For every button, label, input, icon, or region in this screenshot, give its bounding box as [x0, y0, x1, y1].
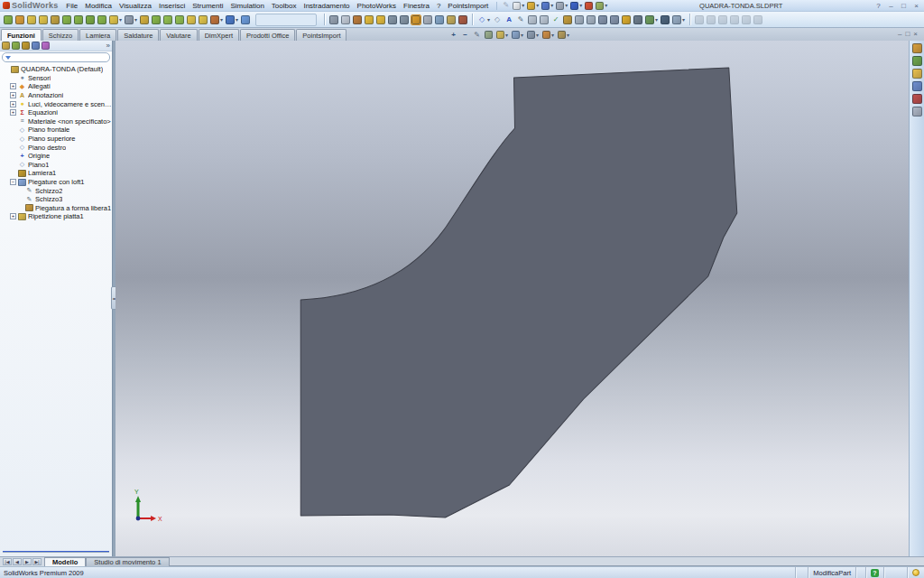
resources-icon[interactable] [912, 43, 922, 53]
feature-manager-tab[interactable] [2, 42, 10, 50]
verification-check-icon[interactable]: ✓ [550, 14, 561, 25]
measure-icon[interactable] [562, 14, 573, 25]
collapse-minus-icon[interactable]: − [10, 179, 16, 185]
rip-icon[interactable]: ▾ [209, 14, 224, 25]
tree-item-piegatura-a-forma-libera1[interactable]: Piegatura a forma libera1 [0, 204, 112, 213]
dropdown-caret-icon[interactable]: ▾ [134, 17, 137, 23]
unfold-icon[interactable] [162, 14, 173, 25]
appearances-icon[interactable]: ▾ [541, 30, 555, 40]
jog-icon[interactable] [73, 14, 84, 25]
options-traffic-light-icon[interactable] [584, 2, 594, 10]
tab-nav-1[interactable]: ◀ [13, 558, 22, 565]
image-icon[interactable]: ▾ [644, 14, 659, 25]
model-canvas[interactable]: Y X [116, 41, 909, 556]
expand-plus-icon[interactable]: + [10, 101, 16, 107]
note-icon[interactable]: A [504, 14, 514, 25]
quick-tips-icon[interactable]: ? [865, 567, 883, 578]
tab-saldature[interactable]: Saldature [117, 29, 159, 41]
balloon-icon[interactable] [597, 14, 608, 25]
vent-icon[interactable] [151, 14, 162, 25]
menu-finestra[interactable]: Finestra [400, 2, 433, 10]
custom-properties-icon[interactable] [912, 107, 922, 117]
status-sphere-icon[interactable] [907, 567, 924, 578]
dropdown-caret-icon[interactable]: ▾ [522, 3, 524, 8]
dropdown-caret-icon[interactable]: ▾ [236, 17, 238, 23]
target-icon[interactable] [660, 14, 670, 25]
tab-nav-2[interactable]: ▶ [23, 558, 32, 565]
menu-photoworks[interactable]: PhotoWorks [354, 2, 400, 10]
menu-modifica[interactable]: Modifica [81, 2, 116, 10]
tree-item-quadra-tonda-default[interactable]: QUADRA-TONDA (Default) [0, 65, 112, 74]
tab-lamiera[interactable]: Lamiera [79, 29, 116, 41]
apply-scene-icon[interactable]: ▾ [557, 30, 570, 40]
dropdown-caret-icon[interactable]: ▾ [655, 17, 658, 23]
dropdown-caret-icon[interactable]: ▾ [536, 3, 539, 8]
tree-item-luci-videocamere-e-scenografie[interactable]: +●Luci, videocamere e scenografie [0, 99, 112, 108]
dropdown-caret-icon[interactable]: ▾ [565, 3, 568, 8]
dropdown-caret-icon[interactable]: ▾ [505, 33, 508, 38]
menu-strumenti[interactable]: Strumenti [189, 2, 226, 10]
tree-item-ripetizione-piatta1[interactable]: +Ripetizione piatta1 [0, 212, 112, 221]
warning-triangle-icon[interactable] [621, 14, 632, 25]
closed-corner-icon[interactable] [97, 14, 107, 25]
expand-plus-icon[interactable]: + [10, 92, 16, 98]
new-document-icon[interactable]: ▾ [512, 2, 525, 10]
sphere-icon[interactable] [422, 14, 433, 25]
paste-icon[interactable] [352, 14, 363, 25]
rotate-view-icon[interactable] [434, 14, 445, 25]
tree-item-piano-frontale[interactable]: ◇Piano frontale [0, 126, 112, 135]
tab-nav-3[interactable]: ▶| [32, 558, 42, 565]
hide-show-items-icon[interactable]: ▾ [526, 30, 540, 40]
menu-inserisci[interactable]: Inserisci [155, 2, 189, 10]
convert-to-sheet-metal-icon[interactable] [14, 14, 25, 25]
view-palette-icon[interactable] [912, 81, 922, 91]
smart-dimension-icon[interactable]: ◇▾ [476, 14, 491, 25]
menu-pointsimport[interactable]: PointsImport [444, 2, 492, 10]
align-left-icon[interactable] [387, 14, 398, 25]
view-orientation-icon[interactable]: ▾ [495, 30, 509, 40]
corner-relief-icon[interactable] [240, 14, 251, 25]
status-sphere-icon[interactable] [912, 569, 919, 576]
tree-item-materiale-non-specificato[interactable]: ≡Materiale <non specificato> [0, 117, 112, 126]
tree-item-sensori[interactable]: ●Sensori [0, 74, 112, 83]
spellcheck-icon[interactable]: ✎ [515, 14, 526, 25]
tree-filter-input[interactable] [13, 54, 106, 61]
expand-plus-icon[interactable]: + [10, 213, 16, 219]
dropdown-caret-icon[interactable]: ▾ [682, 17, 685, 23]
file-properties-icon[interactable]: ▾ [595, 2, 608, 10]
edge-flange-icon[interactable] [38, 14, 49, 25]
panel-expand-chevron[interactable]: » [106, 42, 110, 50]
display-style-icon[interactable]: ▾ [511, 30, 524, 40]
tree-item-origine[interactable]: +Origine [0, 152, 112, 161]
zoom-fit-icon[interactable]: + [448, 30, 458, 40]
tree-item-piegature-con-loft1[interactable]: −Piegature con loft1 [0, 178, 112, 187]
simple-hole-icon[interactable] [139, 14, 150, 25]
tree-item-piano-destro[interactable]: ◇Piano destro [0, 143, 112, 152]
tree-item-allegati[interactable]: +◆Allegati [0, 82, 112, 91]
mode-indicator[interactable]: ModificaPart [808, 567, 855, 578]
help-book-icon[interactable] [457, 14, 468, 25]
tab-valutare[interactable]: Valutare [160, 29, 197, 41]
tree-item-piano-superiore[interactable]: ◇Piano superiore [0, 135, 112, 144]
dropdown-caret-icon[interactable]: ▾ [551, 33, 554, 38]
zoom-out-tool-icon[interactable] [539, 14, 550, 25]
dimxpert-manager-tab[interactable] [32, 42, 40, 50]
window-new-icon[interactable] [364, 14, 374, 25]
part-body[interactable] [300, 68, 737, 517]
table-icon[interactable] [574, 14, 585, 25]
help-button[interactable]: ? [873, 2, 883, 10]
extruded-cut-icon[interactable]: ▾ [124, 14, 138, 25]
minimize-button[interactable]: – [886, 2, 896, 10]
copy-icon[interactable] [340, 14, 351, 25]
tree-item-lamiera1[interactable]: Lamiera1 [0, 169, 112, 178]
no-bends-icon[interactable] [198, 14, 208, 25]
menu-instradamento[interactable]: Instradamento [300, 2, 353, 10]
menu-toolbox[interactable]: Toolbox [268, 2, 300, 10]
edit-pencil-icon[interactable]: ✎ [501, 2, 511, 10]
restore-button[interactable]: □ [899, 2, 909, 10]
undo-icon[interactable]: ▾ [569, 2, 583, 10]
close-button[interactable]: × [911, 2, 921, 10]
sketched-bend-icon[interactable] [85, 14, 96, 25]
graphics-viewport[interactable]: Y X [116, 41, 909, 556]
tree-item-schizzo2[interactable]: ✎Schizzo2 [0, 186, 112, 195]
